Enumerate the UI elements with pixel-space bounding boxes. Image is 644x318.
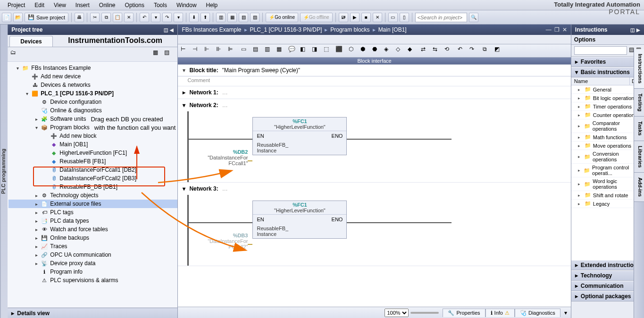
- editor-body[interactable]: ▾ Block title: "Main Program Sweep (Cycl…: [178, 65, 570, 307]
- acc-basic[interactable]: ▾Basic instructions: [571, 67, 644, 77]
- block-interface-divider[interactable]: Block interface: [178, 58, 570, 65]
- et-icon[interactable]: ◩: [494, 46, 505, 56]
- et-icon[interactable]: ⇄: [421, 46, 431, 56]
- tab-diagnostics[interactable]: 🩺 Diagnostics: [515, 309, 560, 317]
- instr-general[interactable]: ▸📁General: [571, 85, 644, 94]
- et-icon[interactable]: ▥: [265, 46, 275, 56]
- menu-options[interactable]: Options: [120, 1, 149, 9]
- instr-counter[interactable]: ▸📁Counter operations: [571, 111, 644, 119]
- instr-move[interactable]: ▸📁Move operations: [571, 142, 644, 150]
- maximize-icon[interactable]: ❐: [554, 26, 560, 33]
- cross-ref-icon[interactable]: ✕: [373, 13, 382, 22]
- tree-add-block[interactable]: ➕Add new block: [8, 132, 177, 140]
- tree-main-ob1[interactable]: ◆Main [OB1]: [8, 140, 177, 149]
- tree-online-backups[interactable]: ▸💾Online backups: [8, 234, 177, 242]
- tree-traces[interactable]: ▸📈Traces: [8, 242, 177, 251]
- tab-properties[interactable]: 🔧 Properties: [443, 309, 485, 317]
- compile-icon[interactable]: ▥: [216, 13, 226, 22]
- et-icon[interactable]: ⬢: [360, 46, 371, 56]
- db-ref[interactable]: %DB2 "DataInstanceFor FCcall1": [196, 149, 248, 166]
- left-siderail-plc-programming[interactable]: PLC programming: [0, 25, 8, 318]
- tree-online-diag[interactable]: 🩺Online & diagnostics: [8, 106, 177, 115]
- footer-collapse-icon[interactable]: ▾: [564, 310, 567, 316]
- et-icon[interactable]: ▦: [276, 46, 287, 56]
- search-icon[interactable]: 🔍: [469, 13, 478, 22]
- et-icon[interactable]: ⬛: [335, 46, 346, 56]
- breadcrumb-item[interactable]: Main [OB1]: [378, 26, 407, 33]
- rail-addins[interactable]: Add-ins: [634, 173, 644, 202]
- rail-instructions[interactable]: Instructions: [634, 49, 644, 89]
- tree-proxy[interactable]: ▸📡Device proxy data: [8, 259, 177, 268]
- et-icon[interactable]: 💬: [288, 46, 299, 56]
- et-icon[interactable]: ◧: [300, 46, 310, 56]
- chevron-right-icon[interactable]: ▸: [183, 89, 185, 96]
- tree-add-device[interactable]: ➕Add new device: [8, 72, 177, 81]
- acc-comm[interactable]: ▸Communication: [571, 281, 644, 291]
- cut-icon[interactable]: ✂: [90, 13, 100, 22]
- open-project-icon[interactable]: 📂: [13, 13, 23, 22]
- et-icon[interactable]: ◇: [396, 46, 406, 56]
- tree-fb1[interactable]: ◆ReusableFB [FB1]: [8, 157, 177, 166]
- zoom-control[interactable]: 100%: [385, 309, 439, 317]
- acc-favorites[interactable]: ▸Favorites: [571, 57, 644, 67]
- redo-icon[interactable]: ↷: [162, 13, 172, 22]
- download-to-device-icon[interactable]: ▦: [227, 13, 237, 22]
- start-simulation-icon[interactable]: ▧: [239, 13, 248, 22]
- delete-icon[interactable]: ✕: [124, 13, 134, 22]
- save-project-button[interactable]: 💾 Save project: [25, 13, 68, 22]
- tree-watch-tables[interactable]: ▸👁Watch and force tables: [8, 225, 177, 234]
- menu-edit[interactable]: Edit: [30, 1, 49, 9]
- et-icon[interactable]: ▭: [241, 46, 251, 56]
- et-icon[interactable]: ◈: [384, 46, 394, 56]
- tree-db2[interactable]: 🛢DataInstanceForFCcall1 [DB2]: [8, 166, 177, 174]
- et-icon[interactable]: ↶: [458, 46, 468, 56]
- instr-conv[interactable]: ▸📁Conversion operations: [571, 150, 644, 164]
- instr-search[interactable]: [574, 46, 627, 55]
- project-tree[interactable]: ▾📁FBs Instances Example ➕Add new device …: [8, 62, 177, 308]
- et-icon[interactable]: ⧉: [483, 46, 493, 56]
- undo-icon[interactable]: ↶: [140, 13, 149, 22]
- et-icon[interactable]: ⬚: [324, 46, 334, 56]
- fc-call-box[interactable]: %FC1 "HigherLevelFunction" EN ENO Reusab…: [252, 201, 347, 239]
- et-icon[interactable]: ⬡: [349, 46, 359, 56]
- et-icon[interactable]: ⊣: [192, 46, 203, 56]
- acc-ext[interactable]: ▸Extended instructions: [571, 260, 644, 270]
- et-icon[interactable]: ▤: [253, 46, 263, 56]
- breadcrumb-item[interactable]: Program blocks: [330, 26, 369, 33]
- block-comment[interactable]: Comment: [178, 76, 570, 86]
- tree-plc-datatypes[interactable]: ▸📑PLC data types: [8, 217, 177, 225]
- tree-program-info[interactable]: ℹProgram info: [8, 268, 177, 276]
- upload-icon[interactable]: ⬆: [201, 13, 210, 22]
- db-ref[interactable]: %DB3 "DataInstanceFor FCcall2": [196, 233, 248, 250]
- split-v-icon[interactable]: ▯: [400, 13, 409, 22]
- go-online-button[interactable]: ⚡ Go online: [266, 13, 298, 22]
- instr-comp[interactable]: ▸📁Comparator operations: [571, 119, 644, 133]
- acc-tech[interactable]: ▸Technology: [571, 270, 644, 281]
- go-offline-button[interactable]: ⚡ Go offline: [300, 13, 333, 22]
- et-icon[interactable]: ◨: [312, 46, 322, 56]
- undo-dropdown-icon[interactable]: ▾: [151, 13, 160, 22]
- et-icon[interactable]: ⟲: [444, 46, 455, 56]
- tree-opcua[interactable]: ▸🔗OPC UA communication: [8, 251, 177, 259]
- chevron-down-icon[interactable]: ▾: [183, 185, 185, 192]
- instr-bit[interactable]: ▸📁Bit logic operations: [571, 94, 644, 102]
- tree-root[interactable]: ▾📁FBs Instances Example: [8, 64, 177, 72]
- instr-shift[interactable]: ▸📁Shift and rotate: [571, 191, 644, 200]
- tree-db1[interactable]: 🛢ReusableFB_DB [DB1]: [8, 183, 177, 191]
- tree-db3[interactable]: 🛢DataInstanceForFCcall2 [DB3]: [8, 174, 177, 183]
- tree-fc1[interactable]: ◆HigherLevelFunction [FC1]: [8, 149, 177, 157]
- rail-tasks[interactable]: Tasks: [634, 117, 644, 141]
- et-icon[interactable]: ⊩: [204, 46, 215, 56]
- tree-device-config[interactable]: ⚙Device configuration: [8, 98, 177, 106]
- tree-devices-networks[interactable]: 🖧Devices & networks: [8, 81, 177, 89]
- tab-info[interactable]: ℹ Info ⚠: [485, 309, 515, 317]
- panel-pin-icon[interactable]: ◀: [170, 27, 174, 33]
- zoom-slider[interactable]: [410, 312, 439, 314]
- acc-optpkg[interactable]: ▸Optional packages: [571, 291, 644, 301]
- tree-plc-tags[interactable]: ▸🏷PLC tags: [8, 208, 177, 217]
- instr-math[interactable]: ▸📁Math functions: [571, 133, 644, 142]
- et-icon[interactable]: ◆: [408, 46, 418, 56]
- tree-supervisions[interactable]: ⚠PLC supervisions & alarms: [8, 276, 177, 285]
- stop-cpu-icon[interactable]: ■: [361, 13, 371, 22]
- et-icon[interactable]: ⊢: [181, 46, 191, 56]
